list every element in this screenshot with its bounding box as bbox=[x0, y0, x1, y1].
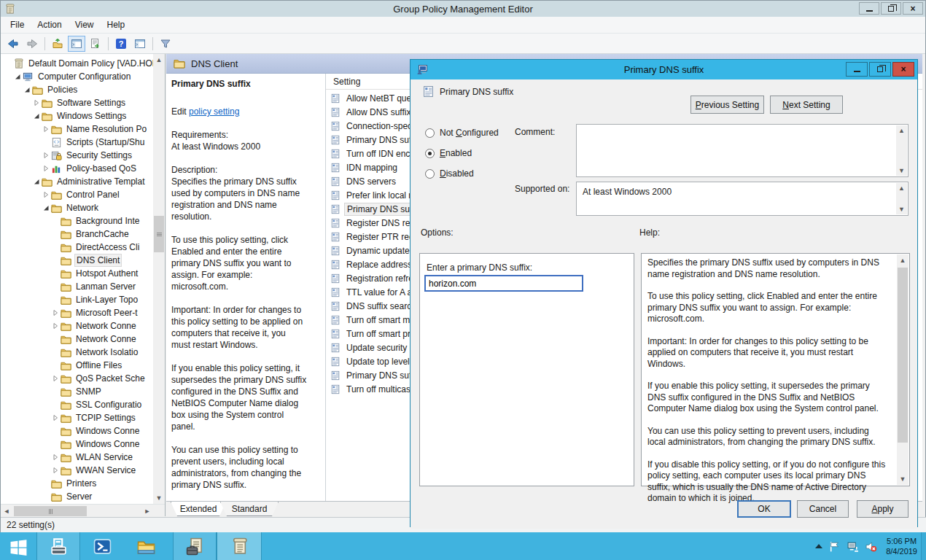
collapsed-arrow-icon[interactable] bbox=[51, 466, 60, 475]
tree-item[interactable]: Policies bbox=[1, 83, 153, 96]
tree-item[interactable]: Software Settings bbox=[1, 96, 153, 109]
start-button[interactable] bbox=[0, 532, 36, 560]
taskbar-clock[interactable]: 5:06 PM 8/4/2019 bbox=[886, 536, 917, 556]
tree-item[interactable]: Lanman Server bbox=[1, 280, 153, 293]
comment-scrollbar[interactable]: ▲ ▼ bbox=[896, 125, 907, 176]
menu-file[interactable]: File bbox=[4, 18, 31, 32]
next-setting-button[interactable]: Next Setting bbox=[770, 96, 843, 114]
collapsed-arrow-icon[interactable] bbox=[51, 374, 60, 383]
tree-item[interactable]: Printers bbox=[1, 477, 153, 490]
collapsed-arrow-icon[interactable] bbox=[32, 98, 41, 107]
edit-policy-setting-link[interactable]: policy setting bbox=[189, 106, 239, 117]
title-bar[interactable]: Group Policy Management Editor × bbox=[1, 1, 925, 17]
close-button[interactable]: × bbox=[903, 2, 923, 15]
tree-item[interactable]: SSL Configuratio bbox=[1, 398, 153, 411]
supported-on-field[interactable]: At least Windows 2000 ▲ ▼ bbox=[576, 182, 909, 216]
filter-button[interactable] bbox=[157, 36, 174, 52]
tree-item[interactable]: Windows Settings bbox=[1, 109, 153, 122]
taskbar-gpme[interactable] bbox=[217, 532, 262, 560]
tree-item[interactable]: DirectAccess Cli bbox=[1, 241, 153, 254]
radio-circle-icon[interactable] bbox=[425, 149, 435, 158]
tree-item[interactable]: WWAN Service bbox=[1, 464, 153, 477]
dialog-restore-button[interactable] bbox=[869, 62, 891, 77]
expanded-arrow-icon[interactable] bbox=[13, 72, 22, 81]
tree-item[interactable]: TCPIP Settings bbox=[1, 411, 153, 424]
menu-help[interactable]: Help bbox=[101, 18, 132, 32]
show-desktop-button[interactable] bbox=[921, 532, 926, 560]
back-button[interactable] bbox=[4, 36, 22, 52]
taskbar-server-manager[interactable] bbox=[36, 532, 80, 560]
tree-item[interactable]: Control Panel bbox=[1, 188, 153, 201]
dns-suffix-input[interactable] bbox=[425, 276, 583, 291]
collapsed-arrow-icon[interactable] bbox=[51, 413, 60, 422]
expanded-arrow-icon[interactable] bbox=[32, 112, 41, 120]
tab-extended[interactable]: Extended bbox=[171, 502, 226, 516]
tree-item[interactable]: DNS Client bbox=[1, 254, 153, 267]
tree-vertical-scrollbar[interactable]: ▲ ▼ bbox=[153, 54, 165, 504]
radio-circle-icon[interactable] bbox=[425, 169, 435, 179]
tree-item[interactable]: SNMP bbox=[1, 385, 153, 398]
dialog-close-button[interactable]: × bbox=[892, 62, 914, 77]
previous-setting-button[interactable]: Previous Setting bbox=[690, 96, 764, 114]
tree-item[interactable]: BranchCache bbox=[1, 228, 153, 241]
minimize-button[interactable] bbox=[859, 2, 879, 15]
scroll-down-icon[interactable]: ▼ bbox=[896, 166, 907, 176]
scroll-left-icon[interactable]: ◄ bbox=[1, 505, 12, 516]
tab-standard[interactable]: Standard bbox=[220, 502, 279, 516]
scroll-down-icon[interactable]: ▼ bbox=[896, 204, 907, 214]
help-scrollbar[interactable]: ▲ ▼ bbox=[897, 254, 909, 485]
menu-action[interactable]: Action bbox=[31, 18, 68, 32]
scroll-up-icon[interactable]: ▲ bbox=[153, 54, 165, 66]
expanded-arrow-icon[interactable] bbox=[42, 203, 50, 212]
collapsed-arrow-icon[interactable] bbox=[51, 308, 60, 317]
dialog-title-bar[interactable]: Primary DNS suffix × bbox=[411, 60, 917, 79]
scroll-up-icon[interactable]: ▲ bbox=[896, 183, 907, 193]
radio-enabled[interactable]: Enabled bbox=[425, 148, 472, 158]
scroll-up-icon[interactable]: ▲ bbox=[896, 125, 907, 136]
collapsed-arrow-icon[interactable] bbox=[42, 164, 50, 173]
radio-not-configured[interactable]: Not Configured bbox=[425, 128, 499, 138]
cancel-button[interactable]: Cancel bbox=[797, 500, 849, 518]
export-list-button[interactable] bbox=[87, 36, 104, 52]
tree-item[interactable]: Link-Layer Topo bbox=[1, 293, 153, 306]
help-button[interactable]: ? bbox=[112, 36, 130, 52]
tree-item[interactable]: Background Inte bbox=[1, 214, 153, 228]
tree-item[interactable]: Hotspot Authent bbox=[1, 267, 153, 280]
tree-item[interactable]: Windows Conne bbox=[1, 438, 153, 451]
radio-circle-icon[interactable] bbox=[425, 128, 435, 138]
tree-item[interactable]: Offline Files bbox=[1, 359, 153, 372]
tree-item[interactable]: Administrative Templat bbox=[1, 175, 153, 188]
tree-item[interactable]: Default Domain Policy [VAD.HORIZ bbox=[1, 57, 153, 70]
new-window-button[interactable] bbox=[131, 36, 149, 52]
menu-view[interactable]: View bbox=[69, 18, 101, 32]
scroll-down-icon[interactable]: ▼ bbox=[153, 492, 165, 504]
action-center-flag-icon[interactable] bbox=[828, 540, 841, 553]
tree-item[interactable]: Computer Configuration bbox=[1, 70, 153, 83]
collapsed-arrow-icon[interactable] bbox=[51, 322, 60, 330]
tree-item[interactable]: Microsoft Peer-t bbox=[1, 306, 153, 319]
ok-button[interactable]: OK bbox=[737, 500, 791, 518]
comment-field[interactable]: ▲ ▼ bbox=[576, 124, 909, 177]
tree-hscroll-thumb[interactable] bbox=[14, 506, 87, 516]
tree-item[interactable]: Windows Conne bbox=[1, 424, 153, 438]
taskbar-gpmc[interactable] bbox=[173, 532, 217, 560]
expanded-arrow-icon[interactable] bbox=[32, 177, 41, 186]
taskbar-powershell[interactable] bbox=[80, 532, 124, 560]
tree-vscroll-thumb[interactable] bbox=[154, 216, 164, 252]
tree-item[interactable]: Policy-based QoS bbox=[1, 162, 153, 175]
forward-button[interactable] bbox=[23, 36, 41, 52]
scroll-up-icon[interactable]: ▲ bbox=[897, 254, 909, 266]
expanded-arrow-icon[interactable] bbox=[23, 85, 31, 94]
tree-item[interactable]: Name Resolution Po bbox=[1, 122, 153, 136]
collapsed-arrow-icon[interactable] bbox=[51, 453, 60, 462]
taskbar-file-explorer[interactable] bbox=[124, 532, 168, 560]
tree-item[interactable]: Network Isolatio bbox=[1, 346, 153, 359]
radio-disabled[interactable]: Disabled bbox=[425, 168, 474, 179]
tree-item[interactable]: Server bbox=[1, 490, 153, 503]
scroll-right-icon[interactable]: ► bbox=[141, 505, 153, 516]
tree-item[interactable]: Scripts (Startup/Shu bbox=[1, 136, 153, 149]
supported-scrollbar[interactable]: ▲ ▼ bbox=[896, 183, 907, 214]
scroll-down-icon[interactable]: ▼ bbox=[897, 473, 909, 485]
volume-muted-icon[interactable] bbox=[865, 540, 877, 553]
tree-item[interactable]: Network Conne bbox=[1, 332, 153, 346]
